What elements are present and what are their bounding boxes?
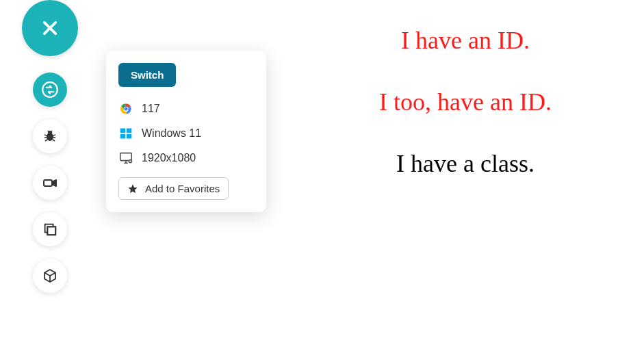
svg-rect-20 xyxy=(120,129,126,133)
chrome-icon xyxy=(118,101,133,116)
windows-icon xyxy=(118,126,133,141)
vertical-toolbar xyxy=(19,0,81,293)
resolution-row: 1920x1080 xyxy=(118,146,254,170)
bug-button[interactable] xyxy=(33,119,67,153)
os-value: Windows 11 xyxy=(142,127,201,140)
screenshot-icon xyxy=(42,222,57,237)
svg-rect-15 xyxy=(47,227,55,235)
svg-line-5 xyxy=(44,135,47,135)
resolution-value: 1920x1080 xyxy=(142,152,196,164)
video-icon xyxy=(42,174,58,191)
svg-rect-23 xyxy=(127,134,132,139)
devtools-button[interactable] xyxy=(33,259,67,293)
text-line-3: I have a class. xyxy=(301,149,630,178)
svg-rect-22 xyxy=(120,134,126,139)
svg-rect-21 xyxy=(127,129,132,133)
page-content: I have an ID. I too, have an ID. I have … xyxy=(301,7,630,211)
screenshot-button[interactable] xyxy=(33,212,67,246)
svg-line-12 xyxy=(51,131,52,132)
browser-row: 117 xyxy=(118,96,254,121)
switch-device-popover: Switch 117 Windows 11 xyxy=(106,51,266,212)
switch-button[interactable]: Switch xyxy=(118,63,176,87)
switch-icon xyxy=(41,81,59,99)
add-to-favorites-button[interactable]: Add to Favorites xyxy=(118,177,229,200)
text-line-1: I have an ID. xyxy=(301,26,630,55)
os-row: Windows 11 xyxy=(118,121,254,146)
browser-version-value: 117 xyxy=(142,103,160,115)
svg-line-11 xyxy=(48,131,49,132)
svg-line-9 xyxy=(45,140,47,141)
add-to-favorites-label: Add to Favorites xyxy=(145,183,220,194)
close-icon xyxy=(40,18,60,38)
monitor-icon xyxy=(118,151,133,166)
svg-rect-13 xyxy=(44,180,52,186)
svg-line-6 xyxy=(53,135,55,135)
cube-icon xyxy=(42,268,58,284)
svg-line-10 xyxy=(53,140,55,141)
svg-point-2 xyxy=(42,82,57,97)
record-video-button[interactable] xyxy=(33,166,67,200)
svg-point-19 xyxy=(124,107,127,110)
text-line-2: I too, have an ID. xyxy=(301,88,630,116)
svg-point-27 xyxy=(129,160,131,163)
switch-device-button[interactable] xyxy=(33,73,67,107)
bug-icon xyxy=(42,128,58,144)
star-icon xyxy=(127,183,138,194)
close-button[interactable] xyxy=(22,0,78,56)
